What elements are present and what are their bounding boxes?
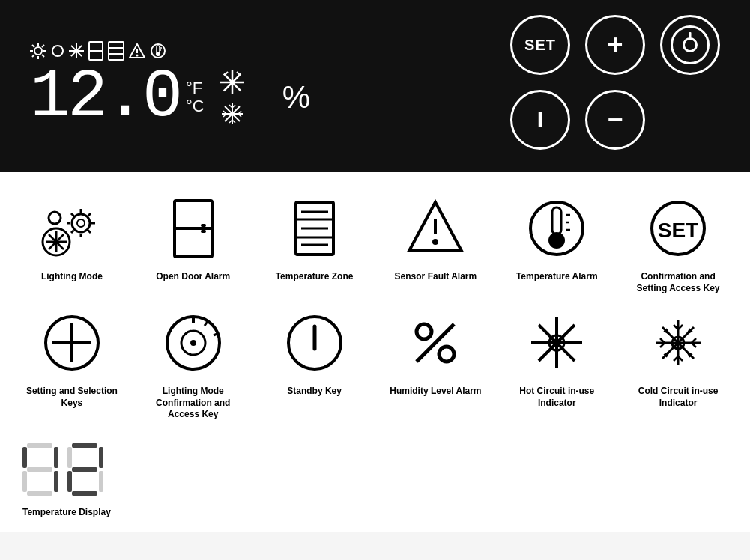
- standby-label: Standby Key: [287, 386, 342, 398]
- svg-rect-75: [552, 207, 561, 234]
- open-door-label: Open Door Alarm: [156, 271, 230, 283]
- svg-rect-16: [109, 42, 124, 60]
- svg-line-5: [32, 45, 34, 47]
- icon-cell-standby: Standby Key: [258, 309, 372, 421]
- svg-line-50: [71, 213, 74, 216]
- standby-icon: [281, 309, 348, 377]
- setting-selection-icon: [38, 309, 106, 377]
- icon-cell-lighting-confirm: Lighting Mode Confirmation and Access Ke…: [136, 309, 250, 421]
- icon-cell-set-key: SET Confirmation and Setting Access Key: [621, 195, 735, 294]
- bottom-section: Temperature Display: [0, 436, 750, 532]
- humidity-percent: %: [282, 79, 310, 115]
- svg-point-73: [432, 239, 438, 245]
- sensor-fault-icon: [402, 195, 469, 262]
- minus-button[interactable]: −: [585, 90, 645, 150]
- icon-cell-lighting-mode: Lighting Mode: [15, 195, 129, 294]
- seg-digit-1: [22, 443, 58, 496]
- icons-section: Lighting Mode Open Door Alarm: [0, 172, 750, 436]
- seg-digit-2: [67, 443, 103, 496]
- snowflake-indicators: [218, 68, 247, 127]
- temp-alarm-label: Temperature Alarm: [516, 271, 598, 283]
- set-key-icon: SET: [644, 195, 712, 262]
- plus-button[interactable]: +: [585, 15, 645, 75]
- svg-point-88: [190, 340, 196, 346]
- display-left: 12.0 °F °C: [22, 41, 465, 131]
- control-buttons: SET + I −: [510, 15, 728, 157]
- set-button[interactable]: SET: [510, 15, 570, 75]
- svg-line-6: [42, 55, 44, 57]
- lighting-mode-icon: [38, 195, 106, 262]
- svg-line-32: [237, 72, 240, 75]
- svg-line-31: [225, 72, 228, 75]
- hot-circuit-label: Hot Circuit in-use Indicator: [508, 386, 605, 409]
- temp-alarm-icon: [523, 195, 590, 262]
- svg-line-51: [88, 230, 91, 233]
- icon-cell-setting-selection: Setting and Selection Keys: [15, 309, 129, 421]
- svg-point-94: [417, 324, 432, 339]
- humidity-label: Humidity Level Alarm: [390, 386, 481, 398]
- svg-point-54: [77, 219, 85, 227]
- svg-point-21: [136, 55, 139, 57]
- display-icon-row: [22, 41, 465, 61]
- temperature-value: 12.0: [22, 64, 180, 131]
- svg-point-95: [439, 347, 454, 362]
- svg-line-8: [32, 55, 34, 57]
- temp-zone-label: Temperature Zone: [276, 271, 354, 283]
- svg-line-7: [42, 45, 44, 47]
- icon-cell-temp-zone: Temperature Zone: [258, 195, 372, 294]
- icon-cell-open-door: Open Door Alarm: [136, 195, 250, 294]
- display-panel: 12.0 °F °C: [0, 0, 750, 172]
- hot-circuit-icon: [523, 309, 590, 377]
- svg-line-52: [88, 213, 91, 216]
- open-door-icon: [160, 195, 227, 262]
- svg-text:SET: SET: [658, 219, 698, 242]
- icon-cell-hot-circuit: Hot Circuit in-use Indicator: [500, 309, 614, 421]
- icon-cell-cold-circuit: Cold Circuit in-use Indicator: [621, 309, 735, 421]
- svg-rect-64: [201, 230, 206, 233]
- icon-cell-humidity: Humidity Level Alarm: [378, 309, 492, 421]
- lighting-confirm-icon: [160, 309, 227, 377]
- temp-zone-icon: [281, 195, 348, 262]
- svg-line-90: [205, 320, 208, 326]
- svg-rect-63: [201, 224, 206, 227]
- svg-point-45: [72, 214, 90, 232]
- lighting-confirm-label: Lighting Mode Confirmation and Access Ke…: [145, 386, 242, 421]
- seg-display: [22, 443, 103, 496]
- icon-cell-temp-alarm: Temperature Alarm: [500, 195, 614, 294]
- icon-cell-sensor-fault: Sensor Fault Alarm: [378, 195, 492, 294]
- lighting-mode-label: Lighting Mode: [41, 271, 103, 283]
- cold-circuit-icon: [644, 309, 712, 377]
- svg-line-53: [71, 230, 74, 233]
- svg-point-9: [52, 46, 63, 56]
- svg-point-60: [49, 212, 61, 224]
- svg-point-24: [156, 52, 160, 56]
- svg-point-0: [34, 47, 42, 55]
- humidity-icon: [402, 309, 469, 377]
- sensor-fault-label: Sensor Fault Alarm: [395, 271, 477, 283]
- temp-display-label: Temperature Display: [22, 507, 111, 517]
- cold-circuit-label: Cold Circuit in-use Indicator: [629, 386, 727, 409]
- temp-display-row: Temperature Display: [15, 443, 735, 517]
- svg-line-96: [417, 324, 454, 362]
- set-key-label: Confirmation and Setting Access Key: [629, 271, 727, 294]
- setting-selection-label: Setting and Selection Keys: [23, 386, 121, 409]
- temperature-unit: °F °C: [186, 79, 205, 115]
- display-main: 12.0 °F °C: [22, 64, 465, 131]
- wheel-button[interactable]: [660, 15, 720, 75]
- power-button[interactable]: I: [510, 90, 570, 150]
